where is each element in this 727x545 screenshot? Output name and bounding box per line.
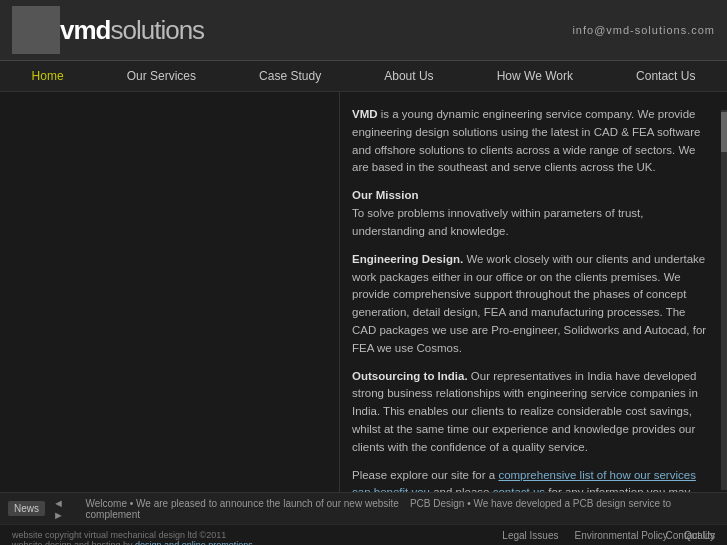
- left-sidebar: [0, 92, 340, 492]
- news-arrows[interactable]: ◄ ►: [53, 497, 77, 521]
- nav-contact-us[interactable]: Contact Us: [628, 67, 703, 85]
- mission-section: Our Mission To solve problems innovative…: [352, 187, 711, 240]
- scroll-thumb[interactable]: [721, 112, 727, 152]
- copyright-text: website copyright virtual mechanical des…: [12, 530, 502, 540]
- mission-text: To solve problems innovatively within pa…: [352, 207, 643, 237]
- logo-solutions: solutions: [110, 15, 204, 45]
- cta-middle: and please: [430, 486, 493, 492]
- logo-area: vmdsolutions: [12, 6, 204, 54]
- nav-how-we-work[interactable]: How We Work: [489, 67, 581, 85]
- header: vmdsolutions info@vmd-solutions.com: [0, 0, 727, 61]
- scrollbar[interactable]: [721, 110, 727, 490]
- email-display: info@vmd-solutions.com: [572, 24, 715, 36]
- nav-bar: Home Our Services Case Study About Us Ho…: [0, 61, 727, 92]
- intro-text: is a young dynamic engineering service c…: [352, 108, 700, 173]
- nav-our-services[interactable]: Our Services: [119, 67, 204, 85]
- main-wrapper: VMD is a young dynamic engineering servi…: [0, 92, 727, 492]
- footer-env-policy-link[interactable]: Environmental Policy: [575, 530, 668, 541]
- eng-design-section: Engineering Design. We work closely with…: [352, 251, 711, 358]
- logo-text: vmdsolutions: [60, 15, 204, 46]
- outsourcing-title: Outsourcing to India.: [352, 370, 468, 382]
- outsourcing-section: Outsourcing to India. Our representative…: [352, 368, 711, 457]
- cta-prefix: Please explore our site for a: [352, 469, 498, 481]
- cta-section: Please explore our site for a comprehens…: [352, 467, 711, 492]
- nav-case-study[interactable]: Case Study: [251, 67, 329, 85]
- footer-bottom: website copyright virtual mechanical des…: [0, 524, 727, 545]
- cta-contact-link[interactable]: contact us: [493, 486, 545, 492]
- intro-bold: VMD: [352, 108, 378, 120]
- eng-design-text: We work closely with our clients and und…: [352, 253, 706, 354]
- news-label: News: [8, 501, 45, 516]
- news-text: Welcome • We are pleased to announce the…: [86, 498, 720, 520]
- footer-contact-us-link[interactable]: Contact Us: [666, 530, 715, 541]
- footer-left: website copyright virtual mechanical des…: [12, 530, 502, 545]
- outsourcing-text: Our representatives in India have develo…: [352, 370, 698, 453]
- footer-news-bar: News ◄ ► Welcome • We are pleased to ann…: [0, 492, 727, 524]
- design-credit-link[interactable]: design and online promotions: [135, 540, 253, 545]
- intro-paragraph: VMD is a young dynamic engineering servi…: [352, 106, 711, 177]
- design-credit: website design and hosting by design and…: [12, 540, 502, 545]
- logo-vmd: vmd: [60, 15, 110, 45]
- logo-box: [12, 6, 60, 54]
- eng-design-title: Engineering Design.: [352, 253, 463, 265]
- nav-about-us[interactable]: About Us: [376, 67, 441, 85]
- footer-legal-link[interactable]: Legal Issues: [502, 530, 558, 541]
- mission-title: Our Mission: [352, 189, 418, 201]
- nav-home[interactable]: Home: [24, 67, 72, 85]
- main-content: VMD is a young dynamic engineering servi…: [340, 92, 727, 492]
